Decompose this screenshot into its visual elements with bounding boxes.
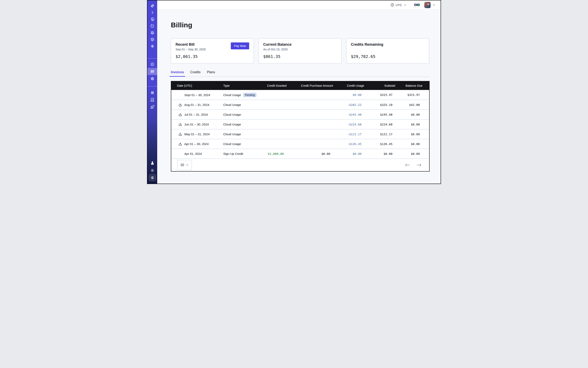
invoice-type-cell: Cloud Usage <box>223 103 267 107</box>
appearance-toggle[interactable] <box>414 3 420 7</box>
sidebar-item-history[interactable] <box>147 23 157 29</box>
iris-scan-icon <box>150 17 154 21</box>
timezone-selector[interactable]: UTC <box>390 3 406 7</box>
download-invoice-button[interactable] <box>178 142 182 146</box>
subtotal-value: $315.97 <box>362 93 392 96</box>
invoice-date: May 01 – 31, 2024 <box>184 132 210 136</box>
history-timer-icon <box>150 24 154 28</box>
download-tray-icon <box>178 142 182 146</box>
invoice-date-cell: Apr 01 – 30, 2024 <box>177 142 223 146</box>
invoice-date-cell: May 01 – 31, 2024 <box>177 132 223 136</box>
invoice-date: Jul 01 – 31, 2024 <box>184 113 208 116</box>
tab-plans[interactable]: Plans <box>206 70 216 77</box>
sidebar-item-getting-started[interactable] <box>147 103 157 110</box>
credits-remaining-card: Credits Remaining $29,782.65 <box>346 38 429 64</box>
chevron-right-icon <box>150 10 154 15</box>
glasses-icon <box>414 3 420 7</box>
cube-icon <box>150 37 154 42</box>
subtotal-value: $121.17 <box>362 133 392 136</box>
next-page-button[interactable] <box>416 163 422 167</box>
sidebar-item-support[interactable] <box>147 89 157 96</box>
timezone-label: UTC <box>396 3 402 7</box>
billing-card-icon <box>150 69 154 74</box>
balance-due-value: $0.00 <box>392 142 420 146</box>
sidebar-item-usage[interactable] <box>147 61 157 68</box>
tab-credits[interactable]: Credits <box>189 70 202 77</box>
table-pagination: 10 <box>171 158 429 171</box>
clock-icon <box>390 3 394 7</box>
chevron-down-icon <box>186 164 189 166</box>
sidebar-divider <box>147 58 157 59</box>
avatar[interactable] <box>424 2 431 8</box>
sidebar-logo[interactable] <box>147 2 157 9</box>
table-row: Apr 01, 2024Sign Up Credit$1,000.00$0.00… <box>171 149 429 158</box>
table-row: Aug 01 – 31, 2024Cloud Usage-$282.22$325… <box>171 100 429 110</box>
invoice-date-cell: Sept 01 – 30, 2024 <box>177 93 223 97</box>
credit-usage-value: -$121.17 <box>330 133 362 136</box>
invoice-type: Sign Up Credit <box>223 152 243 156</box>
book-sparkle-icon <box>150 98 154 102</box>
sidebar-collapse-toggle[interactable] <box>147 9 157 16</box>
user-menu-toggle[interactable] <box>433 4 435 6</box>
invoice-type: Cloud Usage <box>223 113 241 116</box>
sun-icon <box>150 168 154 173</box>
summary-cards: Recent Bill Sep 01 – Sep 30, 2025 $2,061… <box>171 38 430 64</box>
dollar-badge-button[interactable] <box>149 174 156 181</box>
invoice-date: Sept 01 – 30, 2024 <box>184 93 210 97</box>
table-header: Date (UTC) Type Credit Granted Credit Pu… <box>171 81 429 90</box>
app-window: UTC Billing Recent Bill Se <box>147 0 441 184</box>
credit-purchase-value: $0.00 <box>284 152 330 156</box>
invoice-rows: Sept 01 – 30, 2024Cloud UsagePending$0.0… <box>171 90 429 158</box>
sidebar-item-monitor[interactable] <box>147 16 157 23</box>
subtotal-value: $224.68 <box>362 123 392 126</box>
sidebar-item-packages[interactable] <box>147 36 157 43</box>
status-badge: Pending <box>243 93 257 97</box>
column-header-subtotal: Subtotal <box>364 84 395 87</box>
sidebar-item-billing[interactable] <box>147 68 157 75</box>
rocket-icon <box>150 105 154 109</box>
asterisk-icon <box>150 44 154 48</box>
download-invoice-button[interactable] <box>178 132 182 136</box>
sidebar-item-theme[interactable] <box>147 167 157 174</box>
invoice-type-cell: Cloud Usage <box>223 123 267 126</box>
invoice-type: Cloud Usage <box>223 142 241 146</box>
topbar: UTC <box>157 0 441 9</box>
invoice-type: Cloud Usage <box>223 93 241 97</box>
pay-now-button[interactable]: Pay Now <box>231 42 249 49</box>
column-header-balance-due: Balance Due <box>395 84 422 87</box>
recent-bill-card: Recent Bill Sep 01 – Sep 30, 2025 $2,061… <box>171 38 254 64</box>
card-title: Credits Remaining <box>351 42 425 47</box>
sidebar-item-settings[interactable] <box>147 75 157 82</box>
balance-due-value: $315.97 <box>392 93 420 96</box>
balance-due-value: $0.00 <box>392 113 420 116</box>
layers-icon <box>150 31 154 35</box>
invoice-date-cell: Apr 01, 2024 <box>177 152 223 156</box>
sidebar-item-labs[interactable] <box>147 159 157 166</box>
download-tray-icon <box>178 113 182 117</box>
invoice-type-cell: Cloud Usage <box>223 113 267 116</box>
page-size-select[interactable]: 10 <box>177 160 192 170</box>
sidebar-item-layers[interactable] <box>147 29 157 36</box>
balance-due-value: $0.00 <box>392 152 420 156</box>
balance-due-value: $0.00 <box>392 123 420 126</box>
tab-invoices[interactable]: Invoices <box>170 70 185 77</box>
credit-usage-value: -$282.22 <box>330 103 362 107</box>
prev-page-button[interactable] <box>405 163 410 167</box>
page-title: Billing <box>171 21 430 28</box>
download-invoice-button[interactable] <box>178 113 182 117</box>
download-invoice-button[interactable] <box>178 122 182 127</box>
invoice-date: Apr 01 – 30, 2024 <box>184 142 208 146</box>
sidebar-item-docs[interactable] <box>147 96 157 103</box>
invoice-type: Cloud Usage <box>223 103 241 107</box>
invoice-type: Cloud Usage <box>223 123 241 126</box>
download-tray-icon <box>178 122 182 127</box>
chevron-down-icon <box>404 4 406 6</box>
card-title: Current Balance <box>263 42 337 47</box>
invoice-date-cell: Jun 01 – 30, 2024 <box>177 122 223 127</box>
card-subtitle <box>351 48 425 51</box>
gauge-icon <box>150 62 154 66</box>
invoice-type-cell: Cloud UsagePending <box>223 93 267 97</box>
sidebar-item-services[interactable] <box>147 43 157 50</box>
sidebar-item-credits-offer[interactable] <box>147 174 157 181</box>
download-invoice-button[interactable] <box>178 103 182 107</box>
